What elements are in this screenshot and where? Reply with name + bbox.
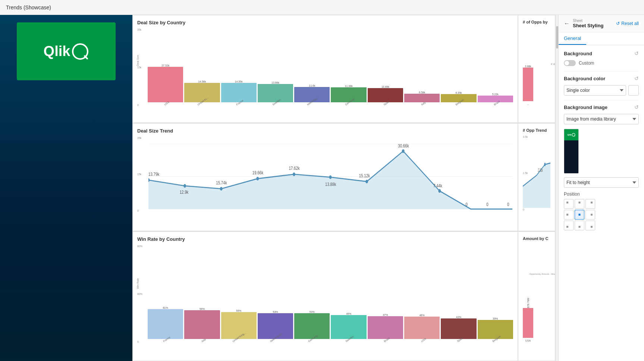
bg-image-select[interactable]: Image from media library bbox=[564, 114, 639, 124]
position-grid bbox=[564, 199, 639, 230]
svg-point-26 bbox=[544, 163, 546, 167]
svg-point-11 bbox=[365, 180, 368, 183]
svg-rect-38 bbox=[591, 226, 593, 228]
svg-text:13.79k: 13.79k bbox=[148, 171, 159, 177]
svg-rect-36 bbox=[566, 226, 568, 228]
pos-top-right[interactable] bbox=[585, 199, 595, 209]
svg-rect-30 bbox=[566, 202, 568, 203]
custom-toggle[interactable] bbox=[564, 60, 576, 66]
qlik-logo: Qlik bbox=[44, 43, 89, 60]
background-reset-icon[interactable]: ↺ bbox=[634, 50, 639, 56]
pos-bottom-left[interactable] bbox=[564, 221, 574, 230]
chart-row-1: Deal Size by Country 35k 15k 0 Deal Size… bbox=[132, 15, 555, 123]
image-preview-bottom bbox=[564, 140, 578, 173]
scrollbar-thumb[interactable] bbox=[556, 26, 558, 49]
back-button[interactable]: ← bbox=[564, 20, 570, 27]
svg-text:15.74k: 15.74k bbox=[216, 180, 227, 186]
toggle-knob bbox=[565, 61, 569, 65]
svg-rect-34 bbox=[579, 214, 581, 216]
svg-point-13 bbox=[438, 189, 441, 193]
svg-text:0: 0 bbox=[466, 202, 468, 208]
amount-by-title: Amount by C bbox=[523, 236, 550, 241]
win-rate-country-panel: Win Rate by Country 80% 40% 0 Win Rate 6… bbox=[132, 231, 518, 361]
preview-q-icon bbox=[572, 133, 575, 137]
deal-size-country-title: Deal Size by Country bbox=[137, 20, 513, 25]
fit-select[interactable]: Fit to height bbox=[564, 177, 639, 188]
custom-toggle-row: Custom bbox=[564, 60, 639, 66]
svg-point-9 bbox=[293, 172, 295, 176]
panel-title: Sheet Styling bbox=[573, 23, 603, 28]
page-title: Trends (Showcase) bbox=[6, 4, 51, 10]
reset-all-button[interactable]: ↺ Reset all bbox=[616, 21, 639, 26]
reset-all-label[interactable]: Reset all bbox=[621, 21, 639, 26]
pos-middle-center[interactable] bbox=[575, 210, 584, 220]
deal-size-trend-panel: Deal Size Trend 35k 15k 0 bbox=[132, 123, 518, 231]
main-area: Qlik Deal Size by Country 35k 15k 0 bbox=[0, 15, 644, 361]
svg-point-8 bbox=[256, 177, 259, 181]
svg-text:0: 0 bbox=[486, 202, 489, 208]
color-swatch[interactable] bbox=[628, 85, 639, 96]
svg-rect-35 bbox=[591, 214, 593, 216]
panel-content: Background ↺ Custom Background color ↺ S… bbox=[559, 45, 644, 361]
divider-1 bbox=[564, 71, 639, 72]
pos-top-center[interactable] bbox=[575, 199, 584, 209]
image-preview-wrapper: Qlik bbox=[564, 129, 639, 174]
bg-color-section-header: Background color ↺ bbox=[564, 75, 639, 81]
tab-general[interactable]: General bbox=[559, 32, 586, 45]
bg-image-select-row: Image from media library bbox=[564, 114, 639, 124]
pos-middle-right[interactable] bbox=[585, 210, 595, 220]
fit-select-row: Fit to height bbox=[564, 177, 639, 188]
background-section-header: Background ↺ bbox=[564, 50, 639, 56]
bg-color-select-row: Single color bbox=[564, 85, 639, 96]
deal-size-country-panel: Deal Size by Country 35k 15k 0 Deal Size… bbox=[132, 15, 518, 123]
svg-text:2.31k: 2.31k bbox=[538, 167, 543, 173]
image-preview: Qlik bbox=[564, 129, 579, 174]
position-label: Position bbox=[564, 192, 639, 197]
pos-top-left[interactable] bbox=[564, 199, 574, 209]
svg-point-7 bbox=[220, 187, 223, 191]
custom-toggle-label: Custom bbox=[579, 60, 594, 66]
svg-point-10 bbox=[329, 175, 332, 179]
pos-bottom-center[interactable] bbox=[575, 221, 584, 230]
svg-rect-31 bbox=[579, 202, 581, 203]
bg-image-section-header: Background image ↺ bbox=[564, 104, 639, 110]
right-panel: ← Sheet Sheet Styling ↺ Reset all Genera… bbox=[558, 15, 644, 361]
opp-trend-title: # Opp Trend bbox=[523, 128, 550, 133]
svg-point-6 bbox=[183, 184, 186, 188]
svg-rect-33 bbox=[566, 214, 568, 216]
chart-row-2: Deal Size Trend 35k 15k 0 bbox=[132, 123, 555, 231]
panel-title-block: Sheet Sheet Styling bbox=[573, 19, 603, 28]
svg-point-12 bbox=[402, 149, 405, 153]
charts-area: Deal Size by Country 35k 15k 0 Deal Size… bbox=[132, 15, 555, 361]
svg-text:17.62k: 17.62k bbox=[289, 165, 299, 171]
svg-text:12.9k: 12.9k bbox=[180, 189, 189, 195]
qlik-logo-box: Qlik bbox=[17, 22, 116, 80]
left-sidebar: Qlik bbox=[0, 15, 132, 361]
deal-size-trend-title: Deal Size Trend bbox=[137, 128, 513, 134]
background-title: Background bbox=[564, 51, 592, 56]
panel-tabs: General bbox=[559, 32, 644, 45]
svg-text:7.44k: 7.44k bbox=[433, 183, 442, 189]
chart-row-3: Win Rate by Country 80% 40% 0 Win Rate 6… bbox=[132, 231, 555, 361]
svg-rect-37 bbox=[579, 226, 581, 228]
svg-rect-32 bbox=[591, 202, 593, 203]
bg-color-reset-icon[interactable]: ↺ bbox=[634, 75, 639, 81]
svg-text:0: 0 bbox=[507, 202, 509, 208]
reset-icon: ↺ bbox=[616, 21, 620, 26]
qlik-wordmark: Qlik bbox=[44, 43, 70, 59]
svg-text:30.66k: 30.66k bbox=[398, 143, 409, 149]
svg-text:19.66k: 19.66k bbox=[252, 169, 263, 175]
svg-text:13.88k: 13.88k bbox=[325, 181, 336, 187]
bg-color-select[interactable]: Single color bbox=[564, 85, 626, 96]
svg-line-1 bbox=[85, 56, 87, 59]
panel-header: ← Sheet Sheet Styling ↺ Reset all bbox=[559, 15, 644, 32]
main-scrollbar[interactable] bbox=[555, 15, 558, 361]
pos-middle-left[interactable] bbox=[564, 210, 574, 220]
win-rate-country-title: Win Rate by Country bbox=[137, 236, 513, 242]
image-preview-top: Qlik bbox=[564, 129, 578, 140]
panel-subtitle: Sheet bbox=[573, 19, 603, 23]
panel-header-left: ← Sheet Sheet Styling bbox=[564, 19, 603, 28]
bg-image-reset-icon[interactable]: ↺ bbox=[634, 104, 639, 110]
pos-bottom-right[interactable] bbox=[585, 221, 595, 230]
top-bar: Trends (Showcase) bbox=[0, 0, 644, 15]
